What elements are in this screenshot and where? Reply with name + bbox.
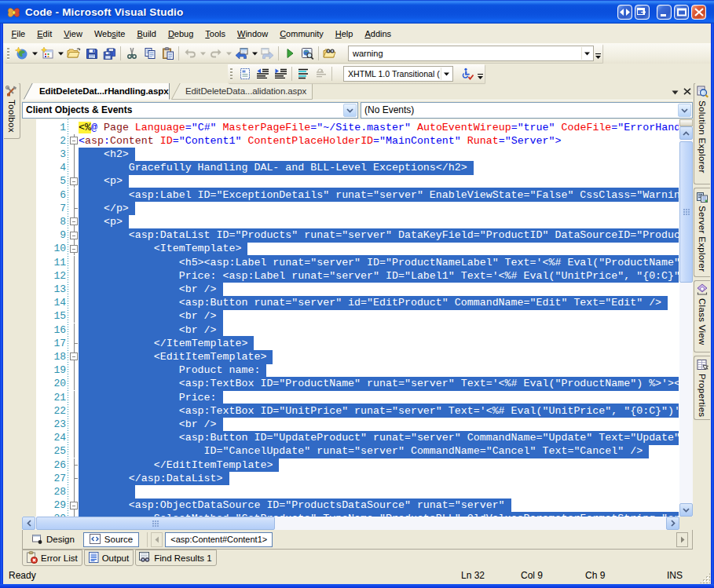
line-number: 14	[36, 296, 66, 309]
menu-item-community[interactable]: Community	[274, 27, 330, 41]
panel-tab-error-list[interactable]: Error List	[22, 550, 82, 566]
toolbar-options-button[interactable]	[594, 45, 602, 62]
collapse-box-icon[interactable]	[70, 232, 78, 239]
design-view-tab[interactable]: Design	[26, 532, 80, 547]
tab-well-close-button[interactable]	[683, 86, 691, 97]
close-icon	[694, 8, 704, 16]
paste-button[interactable]	[159, 45, 177, 62]
panel-tab-find-results-1[interactable]: Find Results 1	[135, 550, 217, 566]
window-switch-button[interactable]	[617, 5, 632, 20]
cut-button[interactable]	[123, 45, 141, 62]
source-view-tab[interactable]: Source	[83, 532, 139, 547]
menu-item-build[interactable]: Build	[131, 27, 162, 41]
tab-active-document[interactable]: EditDeleteDat...rHandling.aspx	[24, 82, 170, 100]
collapse-box-icon[interactable]	[70, 502, 78, 509]
menu-item-edit[interactable]: Edit	[31, 27, 58, 41]
scroll-right-button[interactable]	[666, 517, 679, 530]
collapse-box-icon[interactable]	[70, 217, 78, 225]
code-line: 20 <asp:TextBox ID="ProductName" runat="…	[22, 377, 679, 390]
start-debug-button[interactable]	[280, 45, 298, 62]
sidebar-tab-toolbox[interactable]: Toolbox	[4, 82, 20, 139]
code-text: <asp:ObjectDataSource ID="ProductsDataSo…	[79, 499, 679, 512]
line-number: 29	[36, 499, 66, 512]
save-button[interactable]	[82, 45, 101, 62]
format-document-button[interactable]	[294, 65, 312, 82]
vertical-scrollbar[interactable]	[679, 119, 693, 517]
code-text: <asp:TextBox ID="ProductName" runat="ser…	[79, 377, 679, 390]
maximize-icon	[677, 8, 687, 16]
decrease-indent-button[interactable]	[254, 65, 272, 82]
vertical-scroll-thumb[interactable]	[679, 141, 693, 283]
tag-navigator-forward-button[interactable]	[676, 532, 688, 547]
find-combo-dropdown[interactable]	[581, 47, 592, 60]
menu-item-help[interactable]: Help	[329, 27, 359, 41]
menu-item-tools[interactable]: Tools	[200, 27, 232, 41]
status-message: Ready	[9, 570, 36, 581]
code-editor[interactable]: 1<%@ Page Language="C#" MasterPageFile="…	[22, 119, 693, 517]
menu-item-debug[interactable]: Debug	[162, 27, 199, 41]
sidebar-tab-properties[interactable]: Properties	[694, 356, 710, 420]
resize-grip[interactable]	[700, 573, 710, 583]
output-icon	[87, 551, 100, 565]
save-all-button[interactable]	[101, 45, 119, 62]
menu-item-addins[interactable]: Addins	[359, 27, 397, 41]
window-title: Code - Microsoft Visual Studio	[25, 6, 184, 18]
horizontal-scroll-thumb[interactable]	[36, 517, 275, 530]
scroll-up-button[interactable]	[679, 126, 693, 140]
sidebar-tab-class-view[interactable]: Class View	[694, 280, 710, 352]
toolbar-grip[interactable]	[230, 68, 233, 81]
increase-indent-button[interactable]	[272, 65, 290, 82]
tag-navigator-back-button[interactable]	[151, 532, 163, 547]
objects-combo-dropdown[interactable]	[343, 104, 357, 117]
scroll-left-button[interactable]	[22, 517, 35, 530]
schema-combo-dropdown[interactable]	[441, 68, 452, 80]
panel-tab-label: Output	[102, 553, 130, 563]
new-website-button[interactable]	[13, 45, 31, 62]
tab-well-menu-button[interactable]	[672, 86, 679, 97]
collapse-box-icon[interactable]	[70, 245, 78, 253]
find-combo[interactable]: warning	[348, 46, 594, 61]
add-new-item-dropdown[interactable]	[57, 45, 64, 62]
copy-button[interactable]	[141, 45, 159, 62]
sidebar-tab-solution-explorer[interactable]: Solution Explorer	[694, 82, 710, 184]
editor-splitter-handle[interactable]	[679, 119, 693, 126]
outline-connector	[74, 309, 75, 323]
collapse-box-icon[interactable]	[70, 137, 78, 144]
new-website-dropdown[interactable]	[31, 45, 38, 62]
code-line: 23 <br />	[22, 418, 679, 431]
events-combo-dropdown[interactable]	[678, 104, 691, 117]
menu-item-window[interactable]: Window	[232, 27, 274, 41]
scroll-down-button[interactable]	[679, 503, 693, 517]
find-in-files-button[interactable]	[320, 45, 339, 62]
popout-button[interactable]	[635, 5, 650, 20]
close-button[interactable]	[691, 5, 706, 20]
add-new-item-button[interactable]	[38, 45, 57, 62]
panel-tab-label: Error List	[41, 553, 78, 563]
tab-inactive-document[interactable]: EditDeleteData...alidation.aspx	[171, 82, 313, 100]
navigate-backward-dropdown[interactable]	[251, 45, 258, 62]
tag-navigator-crumb[interactable]: <asp:Content#Content1>	[165, 532, 273, 547]
collapse-box-icon[interactable]	[70, 352, 78, 360]
maximize-button[interactable]	[674, 5, 689, 20]
menu-item-view[interactable]: View	[58, 27, 89, 41]
menu-item-website[interactable]: Website	[88, 27, 131, 41]
sidebar-tab-server-explorer[interactable]: Server Explorer	[694, 188, 710, 277]
panel-tab-output[interactable]: Output	[84, 550, 134, 566]
open-file-button[interactable]	[64, 45, 82, 62]
menu-item-file[interactable]: File	[5, 27, 31, 41]
horizontal-scrollbar[interactable]	[22, 517, 679, 530]
objects-combo[interactable]: Client Objects & Events	[22, 102, 358, 119]
navigate-backward-button[interactable]	[233, 45, 251, 62]
code-token: :	[104, 135, 110, 147]
toolbar-html-source: XHTML 1.0 Transitional (	[3, 64, 711, 83]
code-token: <%	[79, 122, 91, 133]
minimize-button[interactable]	[657, 5, 672, 20]
toolbar-grip[interactable]	[7, 47, 9, 60]
accessibility-check-button[interactable]	[458, 65, 476, 82]
show-details-button[interactable]	[236, 65, 254, 82]
collapse-box-icon[interactable]	[70, 177, 78, 185]
browse-with-button[interactable]	[298, 45, 317, 62]
events-combo[interactable]: (No Events)	[361, 102, 693, 119]
toolbar-options-button-2[interactable]	[476, 65, 485, 82]
schema-combo[interactable]: XHTML 1.0 Transitional (	[343, 66, 453, 82]
